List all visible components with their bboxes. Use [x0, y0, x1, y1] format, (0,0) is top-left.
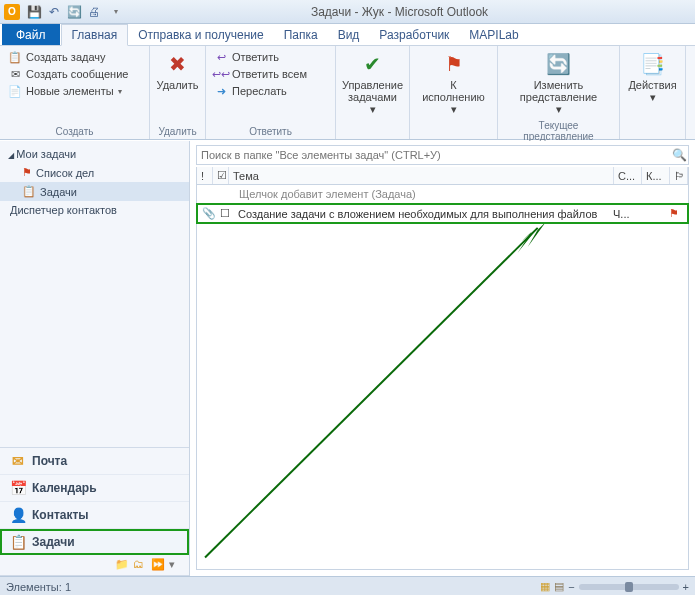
notes-icon[interactable]: 📁: [115, 558, 129, 572]
nav-contacts[interactable]: 👤Контакты: [0, 502, 189, 529]
nav-contact-manager[interactable]: Диспетчер контактов: [0, 201, 189, 219]
delete-button[interactable]: ✖ Удалить: [155, 49, 201, 93]
changeview-icon: 🔄: [546, 51, 572, 77]
tab-send-receive[interactable]: Отправка и получение: [128, 24, 273, 45]
col-flag[interactable]: 🏳: [670, 167, 688, 184]
forward-button[interactable]: ➜Переслать: [212, 83, 309, 99]
zoom-in-icon[interactable]: +: [683, 581, 689, 593]
nav-tasks[interactable]: 📋 Задачи: [0, 182, 189, 201]
search-icon[interactable]: 🔍: [670, 148, 688, 162]
zoom-out-icon[interactable]: −: [568, 581, 574, 593]
nav-options-icon[interactable]: ▾: [169, 558, 183, 572]
save-icon[interactable]: 💾: [26, 4, 42, 20]
navigation-pane: Мои задачи ⚑ Список дел 📋 Задачи Диспетч…: [0, 141, 190, 576]
new-task-button[interactable]: 📋Создать задачу: [6, 49, 130, 65]
actions-icon: 📑: [640, 51, 666, 77]
col-category[interactable]: К...: [642, 167, 670, 184]
checkbox-icon[interactable]: ☐: [220, 207, 234, 220]
task-icon: 📋: [8, 50, 22, 64]
col-complete[interactable]: ☑: [213, 167, 229, 184]
svg-marker-1: [518, 228, 538, 253]
group-label-create: Создать: [6, 124, 143, 137]
manage-tasks-icon: ✔: [360, 51, 386, 77]
reply-all-button[interactable]: ↩↩Ответить всем: [212, 66, 309, 82]
qat-customize-icon[interactable]: ▾: [108, 4, 124, 20]
window-title: Задачи - Жук - Microsoft Outlook: [124, 5, 675, 19]
svg-marker-2: [528, 224, 546, 247]
group-label-reply: Ответить: [212, 124, 329, 137]
mail-icon: ✉: [10, 453, 26, 469]
search-input[interactable]: [197, 149, 670, 161]
task-due: Ч...: [613, 208, 637, 220]
followup-button[interactable]: ⚑ К исполнению ▾: [423, 49, 485, 118]
status-bar: Элементы: 1 ▦ ▤ − +: [0, 576, 695, 595]
search-box[interactable]: 🔍: [196, 145, 689, 165]
nav-todo-list[interactable]: ⚑ Список дел: [0, 163, 189, 182]
change-view-button[interactable]: 🔄 Изменить представление ▾: [514, 49, 604, 118]
calendar-icon: 📅: [10, 480, 26, 496]
flag-icon: ⚑: [441, 51, 467, 77]
tab-file[interactable]: Файл: [2, 24, 60, 45]
attachment-icon: 📎: [202, 207, 216, 220]
tab-home[interactable]: Главная: [61, 24, 129, 46]
qat-sendreceive-icon[interactable]: 🔄: [66, 4, 82, 20]
tasks-icon: 📋: [10, 534, 26, 550]
nav-mail[interactable]: ✉Почта: [0, 448, 189, 475]
nav-tasks-big[interactable]: 📋Задачи: [0, 529, 189, 555]
ribbon-tab-row: Файл Главная Отправка и получение Папка …: [0, 24, 695, 46]
folder-icon[interactable]: 🗂: [133, 558, 147, 572]
group-label-delete: Удалить: [156, 124, 199, 137]
task-row[interactable]: 📎 ☐ Создание задачи с вложением необходи…: [196, 203, 689, 224]
title-bar: O 💾 ↶ 🔄 🖨 ▾ Задачи - Жук - Microsoft Out…: [0, 0, 695, 24]
svg-line-0: [205, 228, 538, 558]
tab-developer[interactable]: Разработчик: [369, 24, 459, 45]
nav-calendar[interactable]: 📅Календарь: [0, 475, 189, 502]
undo-icon[interactable]: ↶: [46, 4, 62, 20]
task-subject: Создание задачи с вложением необходимых …: [238, 208, 609, 220]
group-label-view: Текущее представление: [504, 118, 613, 142]
contacts-icon: 👤: [10, 507, 26, 523]
delete-icon: ✖: [165, 51, 191, 77]
reply-icon: ↩: [214, 50, 228, 64]
task-list-area: [196, 224, 689, 570]
nav-header-my-tasks[interactable]: Мои задачи: [0, 145, 189, 163]
annotation-arrow: [197, 224, 688, 569]
col-due[interactable]: С...: [614, 167, 642, 184]
flag-small-icon: ⚑: [22, 166, 32, 179]
col-importance[interactable]: !: [197, 167, 213, 184]
qat-print-icon[interactable]: 🖨: [86, 4, 102, 20]
new-items-button[interactable]: 📄Новые элементы: [6, 83, 130, 99]
status-item-count: Элементы: 1: [6, 581, 71, 593]
manage-tasks-button[interactable]: ✔ Управление задачами ▾: [342, 49, 404, 118]
newitems-icon: 📄: [8, 84, 22, 98]
reply-button[interactable]: ↩Ответить: [212, 49, 309, 65]
tab-view[interactable]: Вид: [328, 24, 370, 45]
new-task-prompt[interactable]: Щелчок добавит элемент (Задача): [196, 185, 689, 203]
task-small-icon: 📋: [22, 185, 36, 198]
content-pane: 🔍 ! ☑ Тема С... К... 🏳 Щелчок добавит эл…: [190, 141, 695, 576]
zoom-slider[interactable]: [579, 584, 679, 590]
actions-button[interactable]: 📑 Действия ▾: [626, 49, 679, 106]
message-icon: ✉: [8, 67, 22, 81]
new-message-button[interactable]: ✉Создать сообщение: [6, 66, 130, 82]
view-reading-icon[interactable]: ▤: [554, 580, 564, 593]
col-subject[interactable]: Тема: [229, 167, 614, 184]
tab-mapilab[interactable]: MAPILab: [459, 24, 528, 45]
view-normal-icon[interactable]: ▦: [540, 580, 550, 593]
task-flag-icon[interactable]: ⚑: [669, 207, 683, 220]
shortcuts-icon[interactable]: ⏩: [151, 558, 165, 572]
nav-footer: 📁 🗂 ⏩ ▾: [0, 555, 189, 576]
tab-folder[interactable]: Папка: [274, 24, 328, 45]
forward-icon: ➜: [214, 84, 228, 98]
ribbon: 📋Создать задачу ✉Создать сообщение 📄Новы…: [0, 46, 695, 140]
replyall-icon: ↩↩: [214, 67, 228, 81]
outlook-logo-icon: O: [4, 4, 20, 20]
column-header-row: ! ☑ Тема С... К... 🏳: [196, 167, 689, 185]
